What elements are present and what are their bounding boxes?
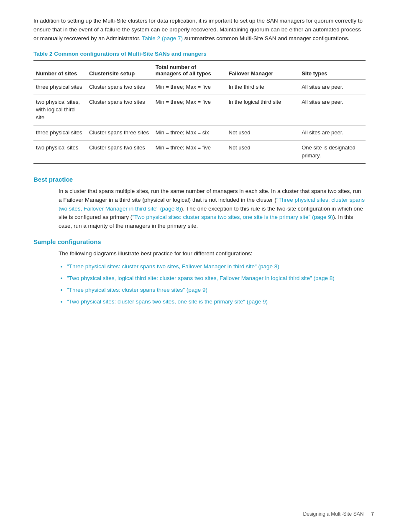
best-practice-link2[interactable]: "Two physical sites: cluster spans two s… bbox=[132, 214, 333, 220]
footer-label: Designing a Multi-Site SAN bbox=[303, 511, 364, 517]
table-cell-0-3: In the third site bbox=[226, 80, 299, 95]
table-cell-2-3: Not used bbox=[226, 126, 299, 141]
table-header-row: Number of sites Cluster/site setup Total… bbox=[33, 61, 366, 80]
col-header-failover-manager: Failover Manager bbox=[226, 61, 299, 80]
table-cell-2-1: Cluster spans three sites bbox=[87, 126, 153, 141]
bullet-link-2[interactable]: "Three physical sites: cluster spans thr… bbox=[67, 287, 207, 293]
footer: Designing a Multi-Site SAN 7 bbox=[303, 511, 374, 517]
table-cell-3-1: Cluster spans two sites bbox=[87, 140, 153, 163]
table-caption: Table 2 Common configurations of Multi-S… bbox=[33, 51, 366, 58]
table-row: two physical sites, with logical third s… bbox=[33, 95, 366, 126]
bullet-link-1[interactable]: "Two physical sites, logical third site:… bbox=[67, 275, 335, 281]
table-row: three physical sitesCluster spans two si… bbox=[33, 80, 366, 95]
table-cell-3-2: Min = three; Max = five bbox=[153, 140, 226, 163]
table-cell-2-2: Min = three; Max = six bbox=[153, 126, 226, 141]
sample-configurations-heading: Sample configurations bbox=[33, 238, 366, 245]
table-cell-3-0: two physical sites bbox=[33, 140, 87, 163]
best-practice-heading: Best practice bbox=[33, 176, 366, 183]
bullet-link-3[interactable]: "Two physical sites: cluster spans two s… bbox=[67, 298, 268, 305]
table-cell-3-4: One site is designated primary. bbox=[299, 140, 366, 163]
table-cell-0-0: three physical sites bbox=[33, 80, 87, 95]
table-cell-1-2: Min = three; Max = five bbox=[153, 95, 226, 126]
table-caption-text: Table 2 Common configurations of Multi-S… bbox=[33, 51, 207, 57]
table-cell-0-1: Cluster spans two sites bbox=[87, 80, 153, 95]
table-cell-3-3: Not used bbox=[226, 140, 299, 163]
table-cell-0-4: All sites are peer. bbox=[299, 80, 366, 95]
intro-text-after-link: summarizes common Multi-Site SAN and man… bbox=[183, 35, 349, 41]
table-cell-1-4: All sites are peer. bbox=[299, 95, 366, 126]
table-cell-2-4: All sites are peer. bbox=[299, 126, 366, 141]
sample-configurations-list: "Three physical sites: cluster spans two… bbox=[67, 262, 366, 306]
configurations-table: Number of sites Cluster/site setup Total… bbox=[33, 60, 366, 164]
bullet-item-0: "Three physical sites: cluster spans two… bbox=[67, 262, 366, 271]
col-header-total-managers: Total number of managers of all types bbox=[153, 61, 226, 80]
bullet-link-0[interactable]: "Three physical sites: cluster spans two… bbox=[67, 263, 279, 270]
best-practice-body: In a cluster that spans multiple sites, … bbox=[59, 187, 366, 231]
col-header-site-types: Site types bbox=[299, 61, 366, 80]
table-cell-1-0: two physical sites, with logical third s… bbox=[33, 95, 87, 126]
col-header-cluster-site-setup: Cluster/site setup bbox=[87, 61, 153, 80]
bullet-item-2: "Three physical sites: cluster spans thr… bbox=[67, 286, 366, 295]
sample-configurations-intro: The following diagrams illustrate best p… bbox=[59, 249, 366, 258]
bullet-item-1: "Two physical sites, logical third site:… bbox=[67, 274, 366, 283]
table-row: two physical sitesCluster spans two site… bbox=[33, 140, 366, 163]
intro-link[interactable]: Table 2 (page 7) bbox=[142, 35, 183, 41]
intro-paragraph: In addition to setting up the Multi-Site… bbox=[33, 17, 366, 43]
bullet-item-3: "Two physical sites: cluster spans two s… bbox=[67, 298, 366, 306]
col-header-number-of-sites: Number of sites bbox=[33, 61, 87, 80]
table-row: three physical sitesCluster spans three … bbox=[33, 126, 366, 141]
table-cell-2-0: three physical sites bbox=[33, 126, 87, 141]
table-cell-1-1: Cluster spans two sites bbox=[87, 95, 153, 126]
footer-page: 7 bbox=[371, 511, 374, 517]
table-cell-0-2: Min = three; Max = five bbox=[153, 80, 226, 95]
table-cell-1-3: In the logical third site bbox=[226, 95, 299, 126]
